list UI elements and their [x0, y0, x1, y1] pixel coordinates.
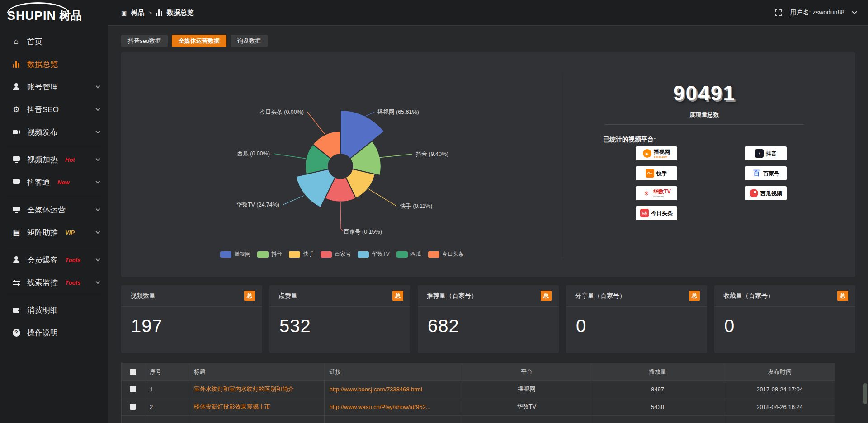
tab-2[interactable]: 全媒体运营数据 [172, 35, 226, 47]
page-scrollbar-thumb[interactable] [863, 383, 867, 404]
username[interactable]: 用户名: zswodun88 [790, 9, 844, 17]
sidebar-item-tag: Hot [65, 156, 75, 163]
douyin-note-icon: ♪ [755, 149, 764, 158]
empty-cell [724, 416, 835, 423]
legend-item-快手[interactable]: 快手 [289, 250, 314, 258]
sidebar-item-3[interactable]: 账号管理 [0, 75, 108, 98]
sidebar-item-1[interactable]: ⌂首页 [0, 30, 108, 53]
stat-card-header: 收藏量（百家号）总 [714, 285, 855, 307]
header-cell: 序号 [145, 363, 189, 380]
sidebar-item-4[interactable]: ⚙抖音SEO [0, 98, 108, 121]
row-title-link[interactable]: 楼体投影灯投影效果震撼上市 [189, 398, 325, 415]
legend-item-百家号[interactable]: 百家号 [321, 250, 351, 258]
tab-3[interactable]: 询盘数据 [231, 35, 268, 47]
table-row[interactable]: 1室外水纹灯和室内水纹灯的区别和简介http://www.boosj.com/7… [122, 381, 835, 398]
platforms-title: 已统计的视频平台: [603, 136, 845, 144]
platform-badge-百家号: 百百家号 [745, 166, 787, 180]
select-all-checkbox[interactable] [130, 369, 136, 375]
sidebar-item-tag: New [57, 179, 70, 186]
row-checkbox[interactable] [130, 386, 136, 392]
row-index-cell: 2 [145, 398, 189, 415]
row-checkbox[interactable] [130, 404, 136, 410]
tab-1[interactable]: 抖音seo数据 [121, 35, 168, 47]
legend-label: 西瓜 [410, 250, 421, 258]
header-checkbox-cell [122, 363, 145, 380]
sidebar-item-label: 抖音SEO [27, 104, 59, 115]
sidebar-item-2[interactable]: 数据总览 [0, 53, 108, 75]
chevron-down-icon [96, 279, 100, 284]
gear-icon: ⚙ [12, 105, 21, 114]
row-checkbox-cell [122, 381, 145, 398]
sidebar-nav: ⌂首页数据总览账号管理⚙抖音SEO视频发布视频加热Hot抖客通New全媒体运营▦… [0, 26, 108, 344]
stat-card-5: 收藏量（百家号）总0 [714, 285, 855, 353]
sidebar-item-13[interactable]: ?操作说明 [0, 321, 108, 344]
summary-region: 90491 展现量总数 已统计的视频平台: ▶播视网boosj.com♪抖音Oo… [563, 73, 845, 259]
legend-item-今日头条[interactable]: 今日头条 [428, 250, 464, 258]
video-camera-icon [12, 128, 21, 136]
sidebar-item-label: 操作说明 [27, 328, 58, 338]
platform-name: 华数TV [653, 189, 670, 194]
platform-badge-抖音: ♪抖音 [745, 146, 787, 160]
sidebar-item-9[interactable]: ▦矩阵助推VIP [0, 221, 108, 244]
table-row[interactable]: 2楼体投影灯投影效果震撼上市http://www.wasu.cn/Play/sh… [122, 398, 835, 416]
boosj-play-icon: ▶ [643, 149, 651, 158]
breadcrumb-separator: > [148, 9, 152, 16]
header-cell: 播放量 [591, 363, 725, 380]
stat-card-header: 点赞量总 [269, 285, 410, 307]
sidebar-item-12[interactable]: 消费明细 [0, 299, 108, 321]
row-url-link[interactable]: http://www.wasu.cn/Play/show/id/952... [325, 398, 462, 415]
sidebar-item-7[interactable]: 抖客通New [0, 171, 108, 193]
table-header-row: 序号标题链接平台播放量发布时间 [122, 363, 835, 381]
user-icon [12, 83, 21, 90]
legend-item-播视网[interactable]: 播视网 [220, 250, 250, 258]
legend-item-西瓜[interactable]: 西瓜 [396, 250, 421, 258]
sidebar-item-8[interactable]: 全媒体运营 [0, 198, 108, 221]
legend-item-抖音[interactable]: 抖音 [257, 250, 282, 258]
sidebar-item-5[interactable]: 视频发布 [0, 121, 108, 143]
sidebar-item-10[interactable]: 会员爆客Tools [0, 249, 108, 271]
row-url-link[interactable]: http://www.boosj.com/7338468.html [325, 381, 462, 398]
stat-card-value: 0 [566, 307, 707, 336]
sidebar-item-label: 抖客通 [27, 177, 50, 188]
row-published-cell: 2017-08-24 17:04 [724, 381, 835, 398]
breadcrumb-home[interactable]: 树品 [131, 9, 144, 17]
sidebar-item-tag: VIP [65, 229, 75, 236]
total-badge: 总 [392, 291, 403, 301]
toutiao-icon: 头条 [640, 209, 649, 217]
sidebar-item-label: 账号管理 [27, 82, 58, 92]
stat-card-value: 682 [418, 307, 559, 336]
legend-item-华数TV[interactable]: 华数TV [358, 250, 389, 258]
sidebar-divider [7, 246, 101, 246]
sidebar-item-label: 数据总览 [27, 59, 58, 70]
row-checkbox-cell [122, 398, 145, 415]
pie-label-西瓜: 西瓜 (0.00%) [237, 150, 270, 157]
sidebar-item-label: 视频发布 [27, 127, 58, 137]
platform-name: 今日头条 [651, 211, 673, 216]
pie-label-快手: 快手 (0.11%) [400, 203, 432, 209]
app-square-icon: ▣ [121, 9, 127, 16]
stat-card-4: 分享量（百家号）总0 [566, 285, 707, 353]
platform-name: 播视网 [654, 149, 670, 155]
pie-label-华数TV: 华数TV (24.74%) [236, 202, 279, 208]
stat-card-header: 视频数量总 [121, 285, 262, 307]
sidebar-item-6[interactable]: 视频加热Hot [0, 148, 108, 171]
sidebar-item-11[interactable]: 线索监控Tools [0, 271, 108, 294]
stat-card-1: 视频数量总197 [121, 285, 262, 353]
platform-badge-播视网: ▶播视网boosj.com [636, 146, 677, 160]
row-title-link[interactable]: 室外水纹灯和室内水纹灯的区别和简介 [189, 381, 325, 398]
row-platform-cell: 播视网 [462, 381, 591, 398]
videos-table: 序号标题链接平台播放量发布时间1室外水纹灯和室内水纹灯的区别和简介http://… [121, 363, 835, 423]
pie-label-播视网: 播视网 (65.61%) [377, 109, 419, 115]
stat-card-header: 分享量（百家号）总 [566, 285, 707, 307]
sidebar-item-label: 全媒体运营 [27, 205, 66, 215]
chevron-down-icon [96, 106, 100, 111]
sidebar-item-label: 视频加热 [27, 155, 58, 165]
chevron-down-icon [852, 9, 857, 14]
fullscreen-icon[interactable] [775, 9, 782, 16]
pie-slice-华数TV[interactable] [296, 169, 335, 207]
total-impressions-value: 90491 [563, 81, 845, 105]
platform-badges: ▶播视网boosj.com♪抖音Oo快手百百家号✳华数TVwasu.cn西瓜视频… [636, 146, 845, 220]
grid-icon: ▦ [12, 228, 21, 237]
help-icon: ? [12, 329, 21, 337]
stat-card-label: 推荐量（百家号） [427, 292, 477, 300]
